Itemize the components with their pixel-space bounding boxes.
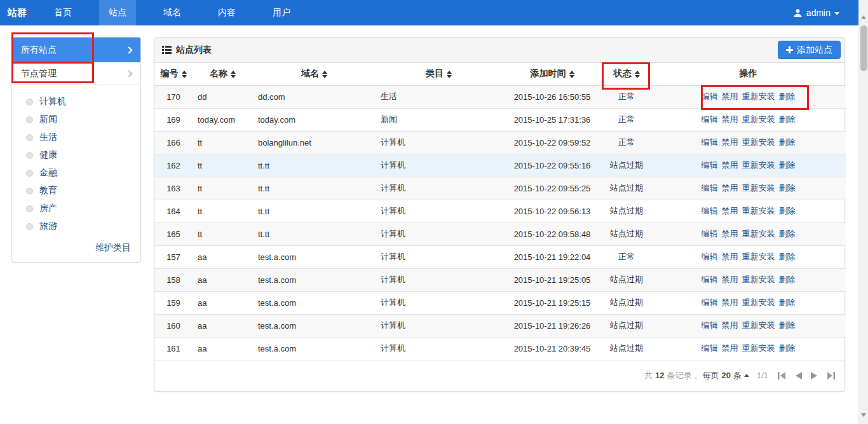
reinstall-link[interactable]: 重新安装 bbox=[742, 252, 775, 261]
category-item-education[interactable]: 教育 bbox=[12, 182, 140, 200]
reinstall-link[interactable]: 重新安装 bbox=[742, 206, 775, 215]
delete-link[interactable]: 删除 bbox=[779, 343, 796, 353]
scrollbar-thumb[interactable] bbox=[860, 25, 867, 71]
column-header-category[interactable]: 类目 bbox=[376, 63, 502, 85]
reinstall-link[interactable]: 重新安装 bbox=[742, 229, 775, 238]
disable-link[interactable]: 禁用 bbox=[722, 252, 738, 261]
disable-link[interactable]: 禁用 bbox=[722, 183, 738, 193]
delete-link[interactable]: 删除 bbox=[779, 183, 796, 193]
disable-link[interactable]: 禁用 bbox=[722, 92, 738, 101]
cell-time: 2015-10-22 09:59:52 bbox=[502, 131, 602, 154]
category-item-travel[interactable]: 旅游 bbox=[12, 217, 140, 235]
add-site-button[interactable]: 添加站点 bbox=[778, 41, 841, 59]
cell-time: 2015-10-21 19:25:05 bbox=[502, 268, 602, 291]
edit-link[interactable]: 编辑 bbox=[702, 252, 718, 261]
nav-item-sites[interactable]: 站点 bbox=[99, 0, 136, 25]
delete-link[interactable]: 删除 bbox=[779, 114, 796, 124]
category-item-health[interactable]: 健康 bbox=[12, 146, 140, 164]
vertical-scrollbar[interactable] bbox=[858, 0, 868, 424]
sidebar-item-all-sites[interactable]: 所有站点 bbox=[12, 38, 140, 62]
disable-link[interactable]: 禁用 bbox=[722, 137, 738, 147]
delete-link[interactable]: 删除 bbox=[779, 137, 796, 147]
column-header-id[interactable]: 编号 bbox=[154, 63, 193, 85]
edit-link[interactable]: 编辑 bbox=[702, 275, 718, 284]
reinstall-link[interactable]: 重新安装 bbox=[742, 92, 775, 101]
category-item-realestate[interactable]: 房产 bbox=[12, 200, 140, 217]
delete-link[interactable]: 删除 bbox=[779, 275, 796, 284]
reinstall-link[interactable]: 重新安装 bbox=[742, 160, 775, 170]
brand-logo[interactable]: 站群 bbox=[0, 0, 36, 25]
reinstall-link[interactable]: 重新安装 bbox=[742, 297, 775, 307]
next-page-button[interactable] bbox=[811, 372, 818, 380]
edit-link[interactable]: 编辑 bbox=[702, 206, 718, 215]
category-item-news[interactable]: 新闻 bbox=[12, 111, 140, 128]
cell-name: tt bbox=[193, 131, 253, 154]
cell-id: 164 bbox=[154, 200, 193, 222]
cell-time: 2015-10-21 19:22:04 bbox=[502, 245, 602, 268]
category-item-life[interactable]: 生活 bbox=[12, 128, 140, 146]
delete-link[interactable]: 删除 bbox=[779, 320, 796, 330]
prev-page-icon bbox=[795, 372, 802, 380]
edit-link[interactable]: 编辑 bbox=[702, 229, 718, 238]
reinstall-link[interactable]: 重新安装 bbox=[742, 137, 775, 147]
scrollbar-down-arrow-icon[interactable] bbox=[861, 413, 866, 417]
user-menu[interactable]: admin bbox=[793, 0, 858, 25]
cell-id: 160 bbox=[154, 314, 193, 337]
disable-link[interactable]: 禁用 bbox=[722, 114, 738, 124]
nav-item-users[interactable]: 用户 bbox=[263, 0, 300, 25]
disable-link[interactable]: 禁用 bbox=[722, 206, 738, 215]
sidebar-item-node-management[interactable]: 节点管理 bbox=[12, 62, 140, 85]
cell-category: 计算机 bbox=[376, 337, 502, 360]
category-item-finance[interactable]: 金融 bbox=[12, 164, 140, 182]
column-header-name[interactable]: 名称 bbox=[193, 63, 253, 85]
reinstall-link[interactable]: 重新安装 bbox=[742, 343, 775, 353]
reinstall-link[interactable]: 重新安装 bbox=[742, 114, 775, 124]
delete-link[interactable]: 删除 bbox=[779, 229, 796, 238]
delete-link[interactable]: 删除 bbox=[779, 160, 796, 170]
reinstall-link[interactable]: 重新安装 bbox=[742, 183, 775, 193]
edit-link[interactable]: 编辑 bbox=[702, 114, 718, 124]
per-page-control[interactable]: 每页 20 条 bbox=[702, 370, 749, 381]
column-header-time[interactable]: 添加时间 bbox=[502, 63, 602, 85]
edit-link[interactable]: 编辑 bbox=[702, 137, 718, 147]
reinstall-link[interactable]: 重新安装 bbox=[742, 320, 775, 330]
table-row: 160aatest.a.com计算机2015-10-21 19:26:26站点过… bbox=[154, 314, 846, 337]
delete-link[interactable]: 删除 bbox=[779, 92, 796, 101]
reinstall-link[interactable]: 重新安装 bbox=[742, 275, 775, 284]
disable-link[interactable]: 禁用 bbox=[722, 275, 738, 284]
category-label: 计算机 bbox=[39, 96, 66, 107]
edit-link[interactable]: 编辑 bbox=[702, 92, 718, 101]
cell-status: 正常 bbox=[602, 131, 651, 154]
nav-item-domains[interactable]: 域名 bbox=[154, 0, 191, 25]
edit-link[interactable]: 编辑 bbox=[702, 343, 718, 353]
last-page-button[interactable] bbox=[827, 372, 836, 380]
column-header-domain[interactable]: 域名 bbox=[253, 63, 376, 85]
edit-link[interactable]: 编辑 bbox=[702, 183, 718, 193]
cell-actions: 编辑禁用重新安装删除 bbox=[651, 337, 846, 360]
nav-item-home[interactable]: 首页 bbox=[44, 0, 81, 25]
cell-domain: test.a.com bbox=[253, 337, 376, 360]
disable-link[interactable]: 禁用 bbox=[722, 229, 738, 238]
cell-actions: 编辑禁用重新安装删除 bbox=[651, 108, 846, 131]
cell-id: 166 bbox=[154, 131, 193, 154]
maintain-categories-link[interactable]: 维护类目 bbox=[95, 242, 131, 252]
delete-link[interactable]: 删除 bbox=[779, 252, 796, 261]
first-page-button[interactable] bbox=[777, 372, 786, 380]
disable-link[interactable]: 禁用 bbox=[722, 320, 738, 330]
disable-link[interactable]: 禁用 bbox=[722, 160, 738, 170]
delete-link[interactable]: 删除 bbox=[779, 206, 796, 215]
edit-link[interactable]: 编辑 bbox=[702, 297, 718, 307]
category-item-computer[interactable]: 计算机 bbox=[12, 93, 140, 111]
cell-time: 2015-10-21 20:39:45 bbox=[502, 337, 602, 360]
disable-link[interactable]: 禁用 bbox=[722, 297, 738, 307]
edit-link[interactable]: 编辑 bbox=[702, 160, 718, 170]
prev-page-button[interactable] bbox=[795, 372, 802, 380]
nav-item-content[interactable]: 内容 bbox=[208, 0, 245, 25]
cell-name: tt bbox=[193, 154, 253, 177]
column-header-status[interactable]: 状态 bbox=[602, 63, 651, 85]
cell-status: 站点过期 bbox=[602, 154, 651, 177]
disable-link[interactable]: 禁用 bbox=[722, 343, 738, 353]
delete-link[interactable]: 删除 bbox=[779, 297, 796, 307]
edit-link[interactable]: 编辑 bbox=[702, 320, 718, 330]
scrollbar-up-arrow-icon[interactable] bbox=[861, 15, 866, 19]
